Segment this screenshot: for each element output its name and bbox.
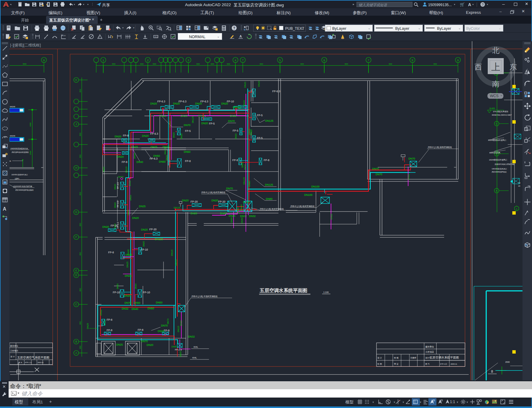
- svg-text:2: 2: [147, 59, 148, 62]
- svg-text:2003.11: 2003.11: [37, 362, 43, 363]
- svg-text:4500: 4500: [79, 346, 81, 349]
- svg-text:FP-10: FP-10: [143, 291, 150, 294]
- svg-text:FP-2.5: FP-2.5: [175, 348, 182, 351]
- svg-text:注册师: 注册师: [410, 357, 416, 359]
- svg-text:4500: 4500: [79, 154, 81, 158]
- svg-text:五层空调水系统平面图: 五层空调水系统平面图: [430, 356, 459, 359]
- svg-text:8: 8: [491, 370, 493, 373]
- svg-text:DN125: DN125: [265, 183, 273, 186]
- svg-text:FP-10: FP-10: [113, 291, 120, 294]
- svg-text:8.400: 8.400: [490, 107, 495, 109]
- svg-text:9000: 9000: [140, 63, 144, 65]
- svg-text:南: 南: [492, 80, 499, 88]
- svg-text:FP-20: FP-20: [191, 200, 198, 203]
- svg-text:DN20: DN20: [166, 155, 168, 160]
- svg-text:FP-5: FP-5: [257, 137, 263, 140]
- svg-text:3: 3: [187, 59, 189, 62]
- svg-text:DN20: DN20: [235, 133, 237, 139]
- svg-text:DN125: DN125: [155, 238, 163, 241]
- svg-text:UN0X0325 组合式调节阀: UN0X0325 组合式调节阀: [13, 185, 32, 188]
- svg-text:DN32: DN32: [129, 180, 131, 186]
- svg-text:DN50: DN50: [156, 301, 163, 304]
- svg-text:A: A: [239, 34, 242, 38]
- svg-text:DN20: DN20: [191, 212, 197, 215]
- svg-text:4500: 4500: [79, 192, 81, 195]
- svg-text:100X50 防雨百叶风口: 100X50 防雨百叶风口: [11, 174, 28, 176]
- svg-text:DN20: DN20: [114, 184, 116, 189]
- svg-text:DN70: DN70: [408, 157, 415, 160]
- svg-text:9000: 9000: [23, 63, 26, 65]
- svg-text:FP-6.3: FP-6.3: [150, 132, 158, 135]
- svg-text:DN32: DN32: [103, 167, 105, 172]
- svg-text:DN100: DN100: [304, 193, 313, 196]
- svg-text:设 计: 设 计: [377, 357, 382, 359]
- svg-text:H: H: [75, 166, 77, 169]
- svg-text:DN70: DN70: [376, 173, 382, 176]
- svg-text:DN125: DN125: [243, 177, 246, 184]
- svg-text:FP-10: FP-10: [227, 100, 234, 103]
- svg-text:DN50: DN50: [241, 217, 243, 223]
- svg-text:DN25: DN25: [229, 214, 235, 217]
- svg-text:北: 北: [492, 46, 499, 54]
- svg-text:DN70: DN70: [228, 120, 235, 123]
- svg-text:DN20: DN20: [159, 114, 166, 117]
- svg-text:940X8: 940X8: [10, 106, 15, 108]
- svg-text:DN20: DN20: [244, 82, 246, 88]
- svg-text:DN50: DN50: [148, 307, 154, 310]
- svg-text:9000: 9000: [153, 63, 156, 65]
- svg-text:DN25: DN25: [86, 323, 89, 329]
- svg-text:DN20: DN20: [182, 199, 189, 202]
- svg-text:上: 上: [491, 62, 500, 72]
- svg-text:DN25: DN25: [220, 212, 227, 215]
- svg-text:DN25: DN25: [129, 195, 132, 200]
- svg-text:DN40: DN40: [132, 307, 138, 311]
- svg-text:DN20: DN20: [124, 294, 131, 297]
- svg-text:4500: 4500: [79, 288, 81, 291]
- svg-text:DN70: DN70: [167, 319, 169, 324]
- svg-text:7: 7: [368, 59, 369, 62]
- svg-text:DN50: DN50: [159, 160, 166, 163]
- svg-text:8: 8: [412, 59, 413, 62]
- svg-text:DN70: DN70: [141, 340, 148, 343]
- svg-text:FP-20: FP-20: [149, 228, 156, 231]
- svg-text:DN25: DN25: [133, 153, 136, 159]
- svg-text:审 定: 审 定: [394, 363, 399, 365]
- svg-text:DN50: DN50: [153, 154, 160, 157]
- svg-text:DN70: DN70: [226, 187, 233, 190]
- svg-text:(消声): (消声): [15, 178, 19, 180]
- svg-text:DN20: DN20: [147, 343, 153, 347]
- svg-text:设 计: 设 计: [10, 355, 15, 358]
- svg-text:DN32: DN32: [249, 215, 256, 218]
- svg-text:五层空调水系统平面图: 五层空调水系统平面图: [259, 288, 307, 293]
- svg-text:FP-6.3: FP-6.3: [272, 90, 280, 93]
- svg-text:ZKB-II (八线) 柜式空调机组: ZKB-II (八线) 柜式空调机组: [260, 208, 284, 210]
- svg-text:E: E: [75, 269, 77, 272]
- svg-text:DN125: DN125: [243, 201, 250, 203]
- svg-text:0.1: 0.1: [155, 36, 158, 38]
- svg-text:KHL: KHL: [194, 346, 198, 348]
- svg-text:图 号: 图 号: [18, 362, 22, 364]
- svg-text:9000: 9000: [389, 63, 392, 65]
- svg-text:DN25: DN25: [198, 114, 205, 117]
- svg-text:DN70: DN70: [161, 324, 168, 327]
- svg-text:DN70: DN70: [372, 167, 379, 170]
- svg-text:DN20: DN20: [158, 330, 164, 333]
- svg-text:FP-5: FP-5: [185, 129, 191, 133]
- svg-text:FP-6.3: FP-6.3: [179, 100, 187, 103]
- svg-text:FP-3.5: FP-3.5: [117, 201, 119, 207]
- svg-text:DN125: DN125: [174, 207, 180, 209]
- svg-text:工程项目: 工程项目: [425, 351, 434, 353]
- svg-text:6: 6: [323, 59, 325, 62]
- svg-text:绘 图: 绘 图: [377, 363, 382, 365]
- svg-text:DN125: DN125: [175, 259, 177, 266]
- svg-text:9: 9: [457, 59, 459, 62]
- svg-text:DN125: DN125: [125, 166, 128, 173]
- svg-text:?: ?: [233, 26, 235, 30]
- svg-text:9000: 9000: [260, 63, 263, 65]
- svg-text:DN32: DN32: [330, 214, 333, 220]
- svg-text:40NM 5/E,150X4,0.MET: 40NM 5/E,150X4,0.MET: [492, 114, 512, 116]
- svg-text:D: D: [75, 274, 77, 277]
- svg-text:C: C: [496, 122, 498, 125]
- svg-text:A: A: [3, 206, 6, 212]
- svg-text:4500: 4500: [79, 252, 81, 255]
